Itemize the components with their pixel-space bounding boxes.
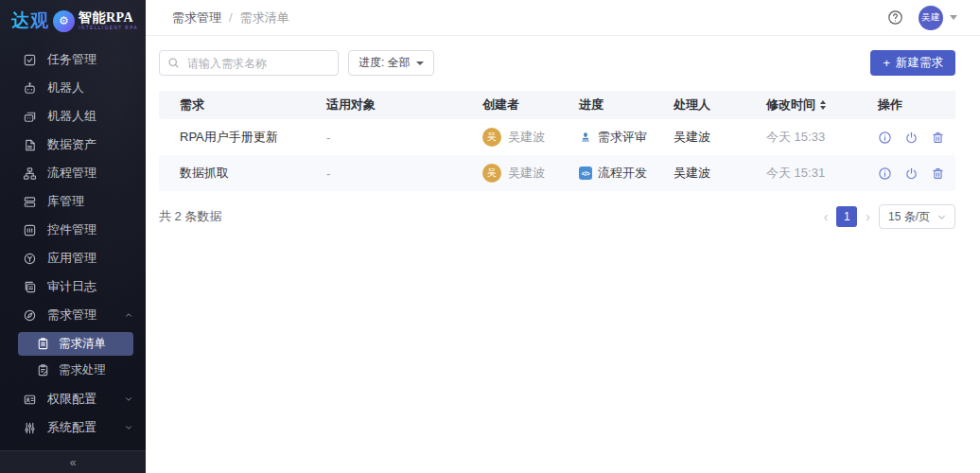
requirement-icon — [23, 308, 37, 323]
col-header-progress: 进度 — [579, 96, 674, 114]
cell-requirement-name[interactable]: RPA用户手册更新 — [180, 129, 326, 146]
requirement-submenu: 需求清单 需求处理 — [0, 332, 146, 382]
cell-progress: </> 流程开发 — [579, 165, 674, 182]
sidebar-item-label: 权限配置 — [47, 391, 96, 408]
page-size-select[interactable]: 15 条/页 — [879, 204, 955, 229]
app-icon — [23, 252, 37, 266]
sidebar-item-data-assets[interactable]: 数据资产 — [0, 131, 146, 159]
table-header-row: 需求 适用对象 创建者 进度 处理人 修改时间 操作 — [159, 91, 955, 119]
sidebar-item-process-management[interactable]: 流程管理 — [0, 159, 146, 187]
cell-target: - — [326, 166, 482, 181]
sidebar-item-label: 需求管理 — [47, 307, 96, 324]
trash-icon[interactable] — [931, 166, 945, 181]
total-count-text: 共 2 条数据 — [159, 208, 221, 225]
next-page-button[interactable]: › — [866, 210, 870, 223]
new-requirement-label: 新建需求 — [896, 55, 943, 71]
power-icon[interactable] — [904, 166, 919, 181]
sidebar-item-app-management[interactable]: 应用管理 — [0, 244, 146, 272]
sidebar-subitem-requirement-list[interactable]: 需求清单 — [18, 332, 133, 356]
new-requirement-button[interactable]: + 新建需求 — [870, 50, 955, 76]
sidebar-item-label: 任务管理 — [47, 51, 96, 68]
sidebar-item-task-management[interactable]: 任务管理 — [0, 45, 146, 74]
creator-name: 吴建波 — [508, 129, 545, 146]
info-icon[interactable] — [878, 166, 892, 181]
cell-actions — [878, 166, 955, 181]
col-header-modified-label: 修改时间 — [766, 96, 815, 114]
sidebar-item-label: 系统配置 — [47, 419, 96, 436]
cell-actions — [878, 131, 955, 145]
toolbar: 进度: 全部 + 新建需求 — [159, 50, 955, 76]
creator-avatar: 吴 — [482, 128, 501, 147]
col-header-requirement: 需求 — [180, 96, 326, 114]
sidebar-item-requirement-management[interactable]: 需求管理 — [0, 301, 146, 329]
prev-page-button[interactable]: ‹ — [824, 210, 829, 223]
plus-icon: + — [883, 57, 890, 69]
help-icon[interactable] — [887, 9, 903, 26]
sidebar-subitem-label: 需求处理 — [59, 362, 106, 378]
power-icon[interactable] — [904, 131, 919, 145]
sidebar-item-robot[interactable]: 机器人 — [0, 74, 146, 102]
sidebar-collapse-button[interactable]: « — [0, 450, 146, 473]
cell-handler: 吴建波 — [674, 165, 766, 182]
robot-group-icon — [23, 110, 37, 124]
progress-label: 流程开发 — [598, 165, 647, 182]
search-box — [159, 50, 339, 76]
table-footer: 共 2 条数据 ‹ 1 › 15 条/页 — [159, 204, 955, 229]
chevron-down-icon — [124, 394, 133, 404]
cell-progress: 需求评审 — [579, 129, 674, 146]
sidebar-item-label: 控件管理 — [47, 221, 96, 238]
cell-requirement-name[interactable]: 数据抓取 — [180, 165, 326, 182]
robot-icon — [23, 81, 37, 96]
search-input[interactable] — [185, 56, 330, 71]
widget-icon — [23, 223, 37, 237]
sidebar-item-label: 机器人组 — [47, 108, 96, 125]
sidebar-item-label: 流程管理 — [47, 165, 96, 182]
sidebar-item-label: 审计日志 — [47, 278, 96, 295]
library-icon — [23, 195, 37, 209]
sidebar-item-widget-management[interactable]: 控件管理 — [0, 216, 146, 244]
breadcrumb-root[interactable]: 需求管理 — [172, 9, 221, 26]
cell-creator: 吴 吴建波 — [482, 128, 579, 147]
table-row[interactable]: RPA用户手册更新 - 吴 吴建波 需求评审 吴建波 今天 15:33 — [159, 119, 955, 155]
pagination: ‹ 1 › 15 条/页 — [824, 204, 955, 229]
progress-filter-dropdown[interactable]: 进度: 全部 — [348, 50, 434, 76]
search-icon — [167, 57, 180, 69]
cell-modified-time: 今天 15:33 — [766, 129, 878, 146]
breadcrumb-current: 需求清单 — [240, 9, 289, 26]
requirement-list-icon — [36, 337, 50, 351]
app-window: 达观 ⚙ 智能RPA INTELLIGENT RPA 任务管理 机器人 机器人组 — [0, 0, 980, 473]
info-icon[interactable] — [878, 131, 892, 145]
page-number-button[interactable]: 1 — [836, 206, 857, 227]
cell-target: - — [326, 131, 482, 145]
progress-filter-label: 进度: 全部 — [359, 55, 411, 71]
sidebar-item-label: 库管理 — [47, 193, 84, 210]
top-bar: 需求管理 / 需求清单 吴建 — [146, 0, 980, 36]
col-header-creator: 创建者 — [482, 96, 579, 114]
sidebar-item-permission-config[interactable]: 权限配置 — [0, 385, 146, 413]
task-icon — [23, 53, 37, 67]
trash-icon[interactable] — [931, 131, 945, 145]
sidebar-item-robot-group[interactable]: 机器人组 — [0, 102, 146, 131]
review-stamp-icon — [579, 131, 592, 144]
system-icon — [23, 421, 37, 435]
sidebar-item-audit-log[interactable]: 审计日志 — [0, 272, 146, 301]
col-header-modified: 修改时间 — [766, 96, 878, 114]
sidebar-item-library-management[interactable]: 库管理 — [0, 187, 146, 216]
creator-avatar: 吴 — [482, 164, 501, 183]
requirement-process-icon — [36, 363, 50, 377]
sidebar-item-system-config[interactable]: 系统配置 — [0, 413, 146, 442]
chevron-up-icon — [124, 310, 133, 320]
audit-log-icon — [23, 280, 37, 294]
creator-name: 吴建波 — [508, 165, 545, 182]
sidebar-subitem-requirement-processing[interactable]: 需求处理 — [18, 359, 133, 382]
sidebar-subitem-label: 需求清单 — [59, 336, 106, 352]
brand-name-cn: 达观 — [11, 9, 49, 33]
user-menu[interactable]: 吴建 — [919, 6, 957, 30]
data-asset-icon — [23, 138, 37, 152]
sidebar-item-label: 数据资产 — [47, 136, 96, 153]
brand-logo: 达观 ⚙ 智能RPA INTELLIGENT RPA — [0, 0, 146, 41]
permission-icon — [23, 393, 37, 407]
user-avatar[interactable]: 吴建 — [919, 6, 943, 30]
table-row[interactable]: 数据抓取 - 吴 吴建波 </> 流程开发 吴建波 今天 15:31 — [159, 155, 955, 191]
sort-icon[interactable] — [820, 100, 826, 110]
